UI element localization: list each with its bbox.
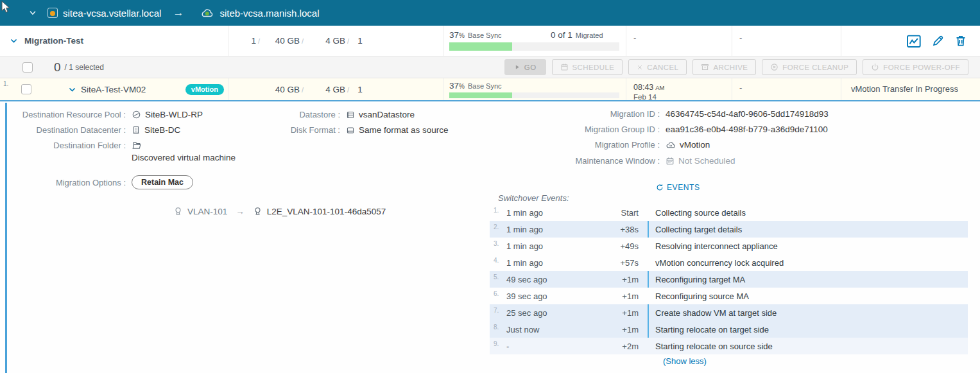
group-storage: 40 GB — [275, 36, 300, 46]
collapse-group-chevron-icon[interactable] — [10, 37, 18, 45]
resource-pool-value: SiteB-WLD-RP — [145, 110, 203, 119]
selected-count: 0 — [54, 60, 61, 74]
group-empty-column: - — [732, 26, 841, 42]
network-mapping-arrow-icon: → — [236, 207, 245, 216]
event-row: 6.39 sec ago+1mReconfiguring source MA — [490, 288, 968, 304]
vm-status: vMotion Transfer In Progress — [841, 78, 980, 94]
group-progress-cell: 37% Base Sync 0 of 1 Migrated — [443, 26, 626, 56]
vm-start-datetime: 08:43AM Feb 14 — [626, 78, 732, 101]
group-migrated-count: 0 of 1 — [551, 30, 572, 40]
refresh-icon — [656, 184, 664, 191]
retain-mac-tag: Retain Mac — [132, 175, 193, 189]
calendar-icon — [560, 63, 569, 71]
event-row: 1.1 min agoStartCollecting source detail… — [490, 204, 968, 221]
collapse-site-pair-chevron-icon[interactable] — [28, 8, 37, 17]
vmotion-badge: vMotion — [185, 84, 224, 95]
maintenance-calendar-icon — [666, 157, 675, 166]
target-site-label: siteb-vcsa.manish.local — [219, 8, 319, 19]
migration-id-value: 46364745-c54d-4af0-9606-5dd174918d93 — [666, 109, 829, 119]
source-site-label: sitea-vcsa.vstellar.local — [63, 8, 161, 19]
folder-icon — [132, 141, 142, 150]
select-all-checkbox[interactable] — [22, 62, 33, 73]
go-button[interactable]: GO — [504, 59, 546, 75]
vm-stats: 40 GB/ 4 GB/ 1 — [228, 78, 443, 100]
power-icon — [871, 63, 879, 71]
network-mapping: VLAN-101 → L2E_VLAN-101-101-46da5057 — [173, 207, 386, 216]
migration-id-field: Migration ID : 46364745-c54d-4af0-9606-5… — [533, 108, 829, 119]
source-site: sitea-vcsa.vstellar.local — [47, 8, 161, 19]
target-network-label: L2E_VLAN-101-101-46da5057 — [267, 207, 386, 216]
disk-icon — [346, 126, 355, 135]
collapse-vm-chevron-icon[interactable] — [68, 85, 76, 94]
cloud-site-icon — [200, 8, 214, 19]
start-meridiem: AM — [655, 84, 664, 91]
target-site: siteb-vcsa.manish.local — [200, 8, 319, 19]
switchover-events-table: 1.1 min agoStartCollecting source detail… — [490, 204, 968, 354]
resource-pool-icon — [132, 110, 141, 119]
vm-name: SiteA-Test-VM02 — [81, 85, 146, 94]
hcx-migration-screen: sitea-vcsa.vstellar.local → siteb-vcsa.m… — [0, 0, 980, 373]
performance-chart-icon[interactable] — [906, 34, 922, 48]
schedule-button[interactable]: SCHEDULE — [552, 59, 623, 75]
event-row: 4.1 min ago+57svMotion concurrency lock … — [490, 254, 968, 271]
force-power-off-button[interactable]: FORCE POWER-OFF — [863, 59, 968, 75]
delete-trash-icon[interactable] — [954, 34, 967, 48]
vm-empty-column: - — [732, 78, 841, 92]
vm-progress-label: Base Sync — [468, 82, 502, 90]
destination-folder-field: Destination Folder : — [0, 140, 236, 151]
event-row: 3.1 min ago+49sResolving interconnect ap… — [490, 238, 968, 254]
vm-progress-pct: 37 — [449, 81, 459, 91]
selected-label: / 1 selected — [65, 63, 104, 72]
group-memory: 4 GB — [325, 36, 345, 46]
datastore-value: vsanDatastore — [359, 110, 415, 119]
archive-box-icon — [701, 63, 709, 71]
event-row: 9.-+2mStarting relocate on source side — [490, 338, 968, 354]
source-network-icon — [173, 207, 183, 216]
cancel-button[interactable]: CANCEL — [628, 59, 687, 75]
group-migrated-label: Migrated — [576, 31, 603, 39]
vm-cpus: 1 — [349, 85, 371, 94]
vm-progress-bar — [449, 92, 619, 98]
migration-group-name: Migration-Test — [24, 36, 83, 46]
events-refresh-link[interactable]: EVENTS — [656, 183, 700, 192]
force-cleanup-button[interactable]: FORCE CLEANUP — [762, 59, 857, 75]
migration-group-row: Migration-Test 1/ 40 GB/ 4 GB/ 1 37% Bas… — [0, 26, 980, 56]
event-row: 7.25 sec ago+1mCreate shadow VM at targe… — [490, 304, 968, 321]
group-progress-bar — [449, 42, 619, 51]
site-pair-header: sitea-vcsa.vstellar.local → siteb-vcsa.m… — [0, 0, 980, 26]
migration-profile-field: Migration Profile : vMotion — [533, 139, 829, 150]
event-row: 5.49 sec ago+1mReconfiguring target MA — [490, 271, 968, 288]
archive-button[interactable]: ARCHIVE — [692, 59, 756, 75]
migration-group-id-field: Migration Group ID : eaa91c36-e0b4-498f-… — [533, 124, 829, 135]
vm-row-checkbox[interactable] — [21, 84, 31, 94]
source-network-label: VLAN-101 — [187, 207, 227, 216]
migration-options-field: Migration Options : Retain Mac — [0, 175, 193, 189]
vm-storage: 40 GB — [275, 85, 300, 94]
site-pair-arrow-icon: → — [173, 6, 184, 19]
maintenance-window-field: Maintenance Window : Not Scheduled — [533, 155, 829, 166]
datacenter-value: SiteB-DC — [144, 125, 180, 135]
disk-format-value: Same format as source — [359, 125, 449, 135]
circled-x-icon — [770, 63, 778, 71]
datacenter-building-icon — [132, 125, 141, 135]
vm-row: 1. SiteA-Test-VM02 vMotion 40 GB/ 4 GB/ … — [0, 78, 980, 101]
group-cpus: 1 — [349, 36, 371, 46]
edit-pencil-icon[interactable] — [931, 34, 945, 48]
play-icon — [514, 64, 520, 71]
target-network-icon — [253, 207, 262, 216]
group-progress-label: Base Sync — [468, 31, 502, 39]
x-icon — [637, 64, 643, 71]
vm-memory: 4 GB — [325, 85, 345, 94]
event-row: 2.1 min ago+38sCollecting target details — [490, 221, 968, 238]
migration-details-panel: Destination Resource Pool : SiteB-WLD-RP… — [0, 103, 980, 373]
event-row: 8.Just now+1mStarting relocate on target… — [490, 321, 968, 338]
show-less-link[interactable]: (Show less) — [663, 356, 707, 366]
percent-sign: % — [459, 32, 465, 39]
migration-profile-value: vMotion — [680, 140, 710, 150]
group-empty-column: - — [626, 26, 732, 42]
destination-datacenter-field: Destination Datacenter : SiteB-DC — [0, 125, 236, 135]
datastore-icon — [346, 110, 355, 119]
migration-group-id-value: eaa91c36-e0b4-498f-b779-a36d9de71100 — [666, 125, 828, 134]
start-time: 08:43 — [633, 83, 653, 92]
mouse-cursor — [1, 1, 13, 17]
